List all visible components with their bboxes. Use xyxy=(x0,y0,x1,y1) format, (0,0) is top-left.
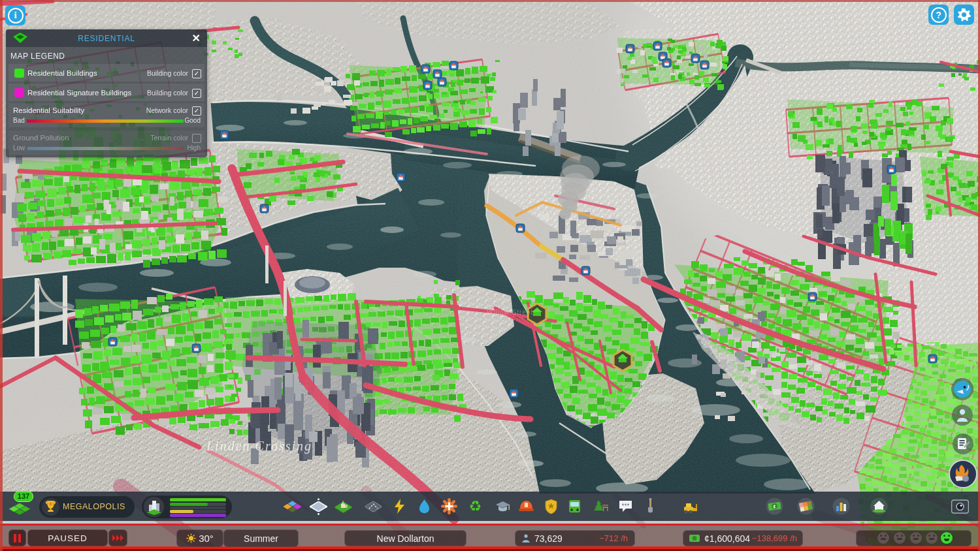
svg-text:¢: ¢ xyxy=(773,503,776,510)
svg-text:♻: ♻ xyxy=(469,498,482,514)
